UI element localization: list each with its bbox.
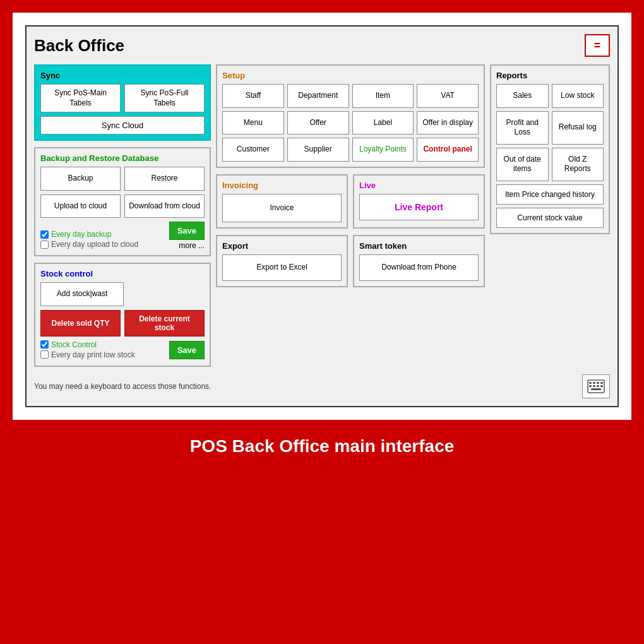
reports-label: Reports xyxy=(496,71,604,80)
footer-bar: You may need a keyboard to access those … xyxy=(34,374,610,398)
footer-text: You may need a keyboard to access those … xyxy=(34,382,211,391)
svg-rect-3 xyxy=(597,382,599,384)
stock-section: Stock control Add stock|wast Delete sold… xyxy=(34,263,211,367)
menu-btn[interactable]: Menu xyxy=(222,111,284,135)
backup-btn[interactable]: Backup xyxy=(40,167,121,191)
download-from-phone-btn[interactable]: Download from Phone xyxy=(359,254,479,281)
refusal-log-btn[interactable]: Refusal log xyxy=(552,111,604,145)
out-of-date-btn[interactable]: Out of date items xyxy=(496,148,549,181)
upload-cloud-btn[interactable]: Upload to cloud xyxy=(40,194,121,218)
smart-token-section: Smart token Download from Phone xyxy=(353,235,485,287)
sync-pos-full-btn[interactable]: Sync PoS-Full Tabels xyxy=(124,84,205,112)
svg-rect-9 xyxy=(591,388,601,390)
vat-btn[interactable]: VAT xyxy=(417,84,479,108)
smart-token-label: Smart token xyxy=(359,241,479,251)
loyalty-points-btn[interactable]: Loyalty Points xyxy=(352,138,414,162)
sync-pos-main-btn[interactable]: Sync PoS-Main Tabels xyxy=(40,84,121,112)
everyday-print-checkbox[interactable] xyxy=(40,350,49,359)
backup-save-btn[interactable]: Save xyxy=(169,222,205,240)
page-title: Back Office xyxy=(34,36,124,56)
stock-label: Stock control xyxy=(40,269,205,278)
stock-save-btn[interactable]: Save xyxy=(169,341,205,359)
download-cloud-btn[interactable]: Download from cloud xyxy=(124,194,205,218)
delete-sold-qty-btn[interactable]: Delete sold QTY xyxy=(40,310,121,337)
svg-rect-6 xyxy=(593,385,595,387)
live-report-btn[interactable]: Live Report xyxy=(359,194,479,220)
setup-section: Setup Staff Department Item VAT Menu Off… xyxy=(216,64,485,168)
bottom-caption: POS Back Office main interface xyxy=(6,426,638,463)
everyday-print-label: Every day print low stock xyxy=(51,350,135,359)
profit-loss-btn[interactable]: Profit and Loss xyxy=(496,111,549,145)
sync-label: Sync xyxy=(40,71,205,80)
live-section: Live Live Report xyxy=(353,174,485,229)
invoicing-section: Invoicing Invoice xyxy=(216,174,348,229)
current-stock-value-btn[interactable]: Current stock value xyxy=(496,208,604,228)
everyday-upload-checkbox[interactable] xyxy=(40,241,49,249)
keyboard-icon[interactable] xyxy=(582,374,610,398)
everyday-backup-label: Every day backup xyxy=(51,230,111,239)
item-price-history-btn[interactable]: Item Price changed history xyxy=(496,184,604,205)
svg-rect-5 xyxy=(589,385,592,387)
supplier-btn[interactable]: Supplier xyxy=(287,138,349,162)
sales-btn[interactable]: Sales xyxy=(496,84,549,108)
stock-control-checkbox[interactable] xyxy=(40,340,49,349)
low-stock-btn[interactable]: Low stock xyxy=(552,84,604,108)
reports-section: Reports Sales Low stock Profit and Loss … xyxy=(490,64,610,234)
old-z-reports-btn[interactable]: Old Z Reports xyxy=(552,148,604,181)
label-btn[interactable]: Label xyxy=(352,111,414,135)
more-link[interactable]: more ... xyxy=(179,241,205,250)
add-stock-btn[interactable]: Add stock|wast xyxy=(40,282,124,306)
sync-cloud-btn[interactable]: Sync Cloud xyxy=(40,116,205,134)
menu-button[interactable]: = xyxy=(585,34,610,57)
setup-label: Setup xyxy=(222,71,479,80)
export-to-excel-btn[interactable]: Export to Excel xyxy=(222,254,342,281)
svg-rect-2 xyxy=(593,382,595,384)
invoicing-label: Invoicing xyxy=(222,181,342,190)
offer-btn[interactable]: Offer xyxy=(287,111,349,135)
svg-rect-8 xyxy=(600,385,603,387)
backup-label: Backup and Restore Database xyxy=(40,153,205,163)
stock-control-label: Stock Control xyxy=(51,340,97,349)
backup-section: Backup and Restore Database Backup Resto… xyxy=(34,147,211,256)
delete-current-stock-btn[interactable]: Delete current stock xyxy=(124,310,205,337)
export-label: Export xyxy=(222,241,342,251)
staff-btn[interactable]: Staff xyxy=(222,84,284,108)
department-btn[interactable]: Department xyxy=(287,84,349,108)
svg-rect-4 xyxy=(600,382,603,384)
item-btn[interactable]: Item xyxy=(352,84,414,108)
control-panel-btn[interactable]: Control panel xyxy=(417,138,479,162)
keyboard-svg xyxy=(587,379,605,393)
live-label: Live xyxy=(359,181,479,190)
sync-section: Sync Sync PoS-Main Tabels Sync PoS-Full … xyxy=(34,64,211,141)
everyday-upload-label: Every day upload to cloud xyxy=(51,240,138,249)
restore-btn[interactable]: Restore xyxy=(124,167,205,191)
svg-rect-7 xyxy=(597,385,599,387)
customer-btn[interactable]: Customer xyxy=(222,138,284,162)
everyday-backup-checkbox[interactable] xyxy=(40,230,49,239)
invoice-btn[interactable]: Invoice xyxy=(222,194,342,223)
svg-rect-1 xyxy=(589,382,592,384)
offer-in-display-btn[interactable]: Offer in display xyxy=(417,111,479,135)
export-section: Export Export to Excel xyxy=(216,235,348,287)
